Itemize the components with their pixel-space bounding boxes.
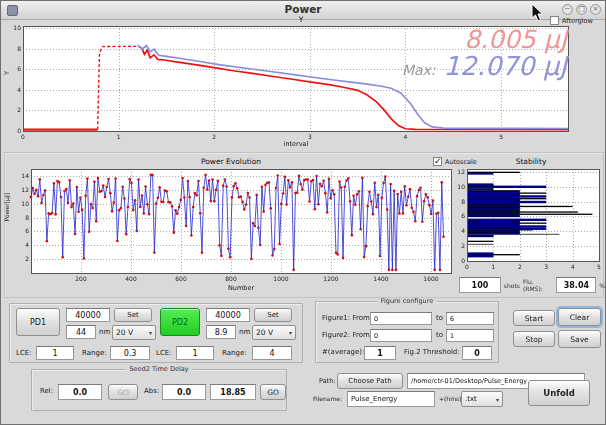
top-chart-title: Y: [291, 15, 311, 24]
unfold-button[interactable]: Unfold: [528, 380, 590, 406]
stability-row: 100 shots Flu.(RMS): 38.04 %: [459, 276, 605, 294]
rms-input[interactable]: 38.04: [556, 277, 596, 293]
stability-chart: [457, 153, 605, 275]
chevron-down-icon: ▾: [496, 396, 499, 403]
window-title: Power: [1, 3, 605, 15]
pd2-button[interactable]: PD2: [160, 308, 200, 336]
power-window: Power − □ × Afterglow Y Y interval 8.005…: [0, 0, 606, 425]
pd1-voltage-select[interactable]: 20 V ▾: [112, 325, 156, 340]
pd2-set-button[interactable]: Set: [254, 308, 292, 322]
max-energy-annotation: Max: 12.070 μJ: [301, 51, 567, 81]
pd1-button[interactable]: PD1: [16, 308, 60, 336]
pd2-lce-label: LCE:: [156, 350, 172, 357]
close-icon[interactable]: ×: [590, 4, 601, 15]
top-chart-ylabel: Y: [3, 71, 11, 75]
pd2-nm-label: nm: [239, 329, 250, 336]
pd1-lce-input[interactable]: 1: [36, 346, 74, 360]
top-chart-xlabel: interval: [266, 140, 326, 148]
abs-input[interactable]: 0.0: [162, 384, 206, 400]
average-label: #(average):: [322, 349, 364, 356]
pd1-set-button[interactable]: Set: [114, 308, 152, 322]
start-button[interactable]: Start: [513, 310, 555, 326]
filename-input[interactable]: Pulse_Energy: [347, 391, 435, 407]
fig2-to-input[interactable]: 1: [446, 329, 494, 342]
chevron-down-icon: ▾: [149, 329, 152, 336]
pd-panel: PD1 40000 Set 44 nm 20 V ▾ PD2 40000 Set…: [9, 303, 303, 363]
threshold-input[interactable]: 0: [462, 346, 492, 360]
extension-select[interactable]: .txt ▾: [461, 391, 503, 407]
power-evolution-chart: [1, 153, 457, 297]
max-label: Max:: [402, 62, 436, 78]
filename-label: Filename:: [313, 396, 342, 402]
figure-config-panel: Figure configure Figure1: From 0 to 6 Fi…: [315, 301, 499, 363]
minimize-icon[interactable]: −: [562, 4, 573, 15]
shots-label: shots: [504, 282, 520, 289]
threshold-label: Fig.2 Threshold:: [404, 349, 460, 356]
pd2-range-label: Range:: [222, 350, 247, 357]
clear-button[interactable]: Clear: [558, 308, 601, 326]
fig2-to-label: to: [436, 332, 443, 339]
pd2-voltage-value: 20 V: [256, 328, 273, 337]
maximize-icon[interactable]: □: [576, 4, 587, 15]
pd1-wl-input[interactable]: 44: [66, 325, 96, 339]
pd2-freq-input[interactable]: 40000: [206, 308, 250, 322]
hms-label: +(hms): [439, 396, 461, 402]
save-button[interactable]: Save: [558, 330, 601, 348]
pd2-lce-input[interactable]: 1: [176, 346, 214, 360]
choose-path-button[interactable]: Choose Path: [337, 373, 403, 389]
fig1-from-input[interactable]: 0: [370, 312, 432, 325]
path-label: Path:: [319, 378, 335, 385]
max-energy-value: 12.070 μJ: [444, 51, 567, 81]
figure-config-title: Figure configure: [377, 298, 437, 305]
pd1-range-input[interactable]: 0.3: [110, 346, 150, 360]
abs2-input[interactable]: 18.85: [210, 384, 256, 400]
pd2-voltage-select[interactable]: 20 V ▾: [252, 325, 296, 340]
current-energy-value: 8.005 μJ: [331, 25, 567, 54]
pd1-nm-label: nm: [99, 329, 110, 336]
abs-go-button[interactable]: GO: [260, 384, 286, 400]
fig1-label: Figure1: From: [322, 315, 370, 322]
abs-label: Abs:: [144, 388, 159, 395]
extension-value: .txt: [465, 395, 477, 403]
pd2-wl-input[interactable]: 8.9: [206, 325, 236, 339]
percent-label: %: [599, 282, 605, 289]
fig1-to-input[interactable]: 6: [446, 312, 494, 325]
rel-label: Rel:: [40, 388, 53, 395]
pd1-freq-input[interactable]: 40000: [66, 308, 110, 322]
chevron-down-icon: ▾: [289, 329, 292, 336]
pd1-lce-label: LCE:: [16, 350, 32, 357]
evolution-xlabel: Number: [201, 284, 281, 292]
fig1-to-label: to: [436, 315, 443, 322]
pd2-range-input[interactable]: 4: [252, 346, 292, 360]
seed2-panel: Seed2 Time Delay Rel: 0.0 GO Abs: 0.0 18…: [31, 369, 287, 411]
shots-input[interactable]: 100: [459, 277, 501, 293]
stop-button[interactable]: Stop: [513, 331, 555, 347]
evolution-ylabel: Power[μJ]: [3, 193, 10, 221]
pd1-voltage-value: 20 V: [116, 328, 133, 337]
seed2-title: Seed2 Time Delay: [125, 366, 192, 373]
rel-input[interactable]: 0.0: [58, 384, 102, 400]
mouse-cursor: [531, 3, 546, 23]
fig2-label: Figure2: From: [322, 332, 370, 339]
pd1-range-label: Range:: [82, 350, 107, 357]
average-input[interactable]: 1: [364, 346, 396, 360]
rms-label: Flu.(RMS):: [523, 278, 554, 292]
rel-go-button[interactable]: GO: [108, 384, 138, 400]
fig2-from-input[interactable]: 0: [370, 329, 432, 342]
